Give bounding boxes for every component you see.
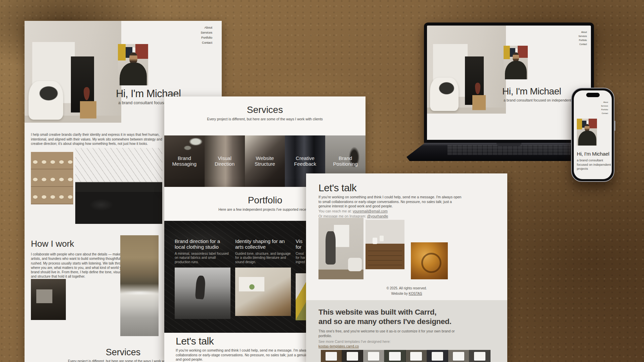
michael-portrait-photo <box>118 44 148 85</box>
nav-services[interactable]: Services <box>601 104 608 108</box>
about-intro-text: I help small creative brands clarify the… <box>31 132 163 146</box>
template-thumbnail <box>469 350 490 362</box>
nav-contact[interactable]: Contact <box>602 112 608 115</box>
site-nav: About Services Portfolio Contact <box>601 100 608 115</box>
project-photo-sea <box>175 268 230 319</box>
kostas-link[interactable]: KOSTAS <box>409 292 422 295</box>
services-heading: Services <box>164 105 366 115</box>
nav-services[interactable]: Services <box>201 30 212 35</box>
template-thumbnail <box>427 350 448 362</box>
project-title: Brand direction for a local clothing stu… <box>175 238 230 250</box>
nav-services[interactable]: Services <box>578 34 587 38</box>
email-link[interactable]: youremail@email.com <box>353 209 388 213</box>
site-nav: About Services Portfolio Contact <box>578 30 587 46</box>
template-thumbnail <box>448 350 469 362</box>
credit-line: Website by KOSTAS <box>306 291 507 296</box>
nav-about[interactable]: About <box>204 25 212 30</box>
phone-screen: About Services Portfolio Contact Hi, I'm… <box>574 90 612 179</box>
hero-title: Hi, I'm Michael <box>502 86 561 97</box>
service-card-label: Website Structure <box>249 156 280 167</box>
site-nav: About Services Portfolio Contact <box>201 25 212 45</box>
nav-about[interactable]: About <box>581 30 587 34</box>
instagram-handle-link[interactable]: @yourhandle <box>367 214 388 218</box>
hero-title: Hi, I'm Michael <box>577 151 609 157</box>
template-thumbnail <box>363 350 384 362</box>
nav-portfolio[interactable]: Portfolio <box>601 108 608 112</box>
marble-photo <box>75 148 162 224</box>
phone-mockup: About Services Portfolio Contact Hi, I'm… <box>571 88 614 182</box>
copyright-text: © 2025. All rights reserved. <box>306 286 507 291</box>
hero-subtitle: a brand consultant focused on independen… <box>577 158 612 171</box>
carrd-heading-line1: This website was built with Carrd, <box>318 308 452 317</box>
template-thumbnail <box>406 350 427 362</box>
beach-photo <box>120 235 159 336</box>
michael-portrait-photo <box>577 119 597 146</box>
project-card-arts-collective: Identity shaping for an arts collective … <box>235 238 291 316</box>
service-card-label: Creative Feedback <box>290 156 320 167</box>
email-prefix: You can reach me at: <box>318 209 353 213</box>
michael-portrait-photo <box>504 46 528 79</box>
nav-portfolio[interactable]: Portfolio <box>201 35 212 40</box>
project-description: Creat for har ingred <box>296 252 307 265</box>
laptop-mockup: About Services Portfolio Contact Hi, I'm… <box>424 23 594 143</box>
nav-about[interactable]: About <box>603 100 608 104</box>
carrd-promo-heading: This website was built with Carrd, and s… <box>318 308 452 326</box>
carrd-see-more-text: See more Carrd templates I've designed h… <box>318 339 390 344</box>
services-subtitle: Every project is different, but here are… <box>164 117 366 121</box>
desk-photo <box>31 279 66 320</box>
credit-prefix: Website by <box>391 292 409 295</box>
site-footer: © 2025. All rights reserved. Website by … <box>306 286 507 296</box>
service-card-brand-messaging: Brand Messaging <box>164 135 205 187</box>
nav-portfolio[interactable]: Portfolio <box>579 38 587 42</box>
nav-contact[interactable]: Contact <box>202 40 212 45</box>
nav-contact[interactable]: Contact <box>579 42 587 46</box>
service-card-label: Visual Direction <box>209 156 240 167</box>
lets-talk-heading: Let's talk <box>318 182 356 194</box>
hero-interior-photo <box>427 26 506 114</box>
service-card-website-structure: Website Structure <box>245 135 285 187</box>
project-photo-chair <box>296 273 307 320</box>
template-thumbnail-strip <box>321 350 490 362</box>
service-card-visual-direction: Visual Direction <box>205 135 245 187</box>
project-description: A minimal, seasonless label focused on n… <box>175 252 230 265</box>
dynamic-island <box>586 93 600 97</box>
lets-talk-heading-bottom: Let's talk <box>176 335 214 347</box>
carrd-promo-text: This one's free, and you're welcome to u… <box>318 329 469 338</box>
how-i-work-title: How I work <box>31 239 74 249</box>
laptop-screen: About Services Portfolio Contact Hi, I'm… <box>424 23 594 143</box>
amber-glass-photo <box>411 242 448 279</box>
carrd-templates-link[interactable]: kostas-templates.carrd.co <box>318 344 359 348</box>
service-card-label: Brand Messaging <box>169 156 200 167</box>
template-thumbnail <box>342 350 363 362</box>
template-thumbnail <box>384 350 405 362</box>
lets-talk-text: If you're working on something and think… <box>318 195 465 209</box>
ceramics-photo <box>31 152 73 204</box>
project-title: Identity shaping for an arts collective <box>235 238 291 250</box>
mockup-stage: About Services Portfolio Contact Hi, I'm… <box>0 0 644 362</box>
hanging-frame-photo <box>318 218 363 279</box>
hero-interior-photo <box>25 21 121 123</box>
carrd-heading-line2: and so are many others I've designed. <box>318 317 452 326</box>
service-card-label: Brand Positioning <box>330 156 361 167</box>
carrd-promo-section: This website was built with Carrd, and s… <box>306 300 507 362</box>
contact-email-line: You can reach me at: youremail@email.com <box>318 209 388 213</box>
dresser-photo <box>366 220 404 269</box>
project-title: Vis for <box>296 238 307 250</box>
desktop-screenshot-contact: Let's talk If you're working on somethin… <box>306 173 507 362</box>
project-card-clothing-studio: Brand direction for a local clothing stu… <box>175 238 230 319</box>
project-description: Guided tone, structure, and language for… <box>235 252 291 265</box>
template-thumbnail <box>321 350 342 362</box>
project-photo-matcha <box>235 268 291 316</box>
project-card-partial: Vis for Creat for har ingred <box>296 238 307 320</box>
how-i-work-text: I collaborate with people who care about… <box>31 252 129 279</box>
